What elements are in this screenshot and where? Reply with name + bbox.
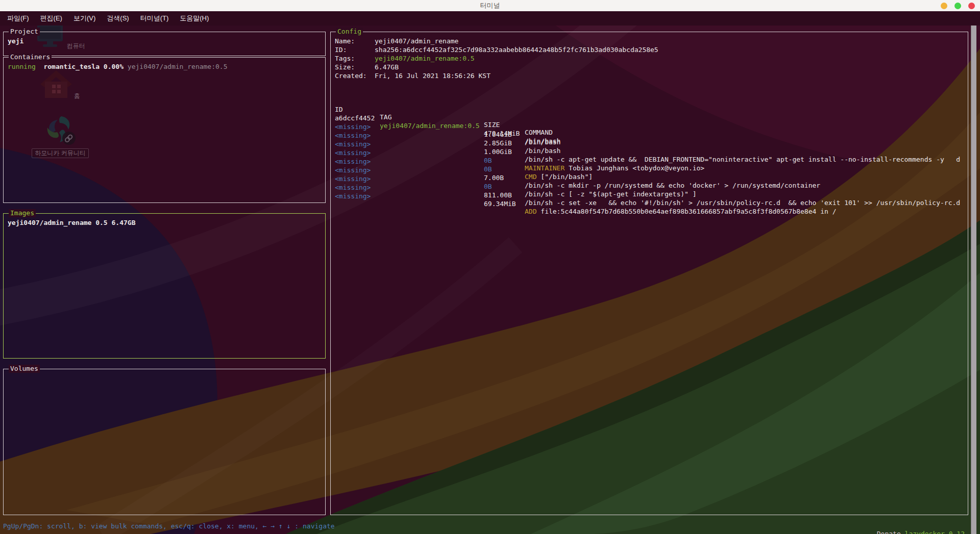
table-row[interactable]: <missing> 0B /bin/sh -c [ -z "$(apt-get …: [331, 167, 968, 176]
cell-size: 69.34MiB: [484, 200, 516, 208]
table-row[interactable]: <missing> 811.00B /bin/sh -c set -xe && …: [331, 176, 968, 185]
container-status: running: [8, 63, 36, 70]
window-titlebar[interactable]: 터미널: [0, 0, 980, 11]
screen: 컴퓨터 홈 하모니카 커뮤니티 터미널: [0, 0, 980, 534]
table-row[interactable]: <missing> 1.64GiB /bin/bash: [331, 115, 968, 124]
cell-id: <missing>: [335, 192, 371, 200]
table-row[interactable]: a6dccf4452 yeji0407/admin_rename:0.5 479…: [331, 107, 968, 115]
minimize-button[interactable]: [941, 3, 947, 9]
version-text: lazydocker 0.12: [905, 530, 965, 534]
project-name[interactable]: yeji: [4, 37, 325, 46]
window-title: 터미널: [480, 1, 500, 10]
cell-command: /bin/sh -c set -xe && echo '#!/bin/sh' >…: [525, 199, 967, 207]
maximize-button[interactable]: [954, 3, 961, 9]
container-name-cpu: romantic_tesla 0.00%: [43, 63, 124, 70]
window-controls: [941, 3, 975, 9]
table-row[interactable]: <missing> 1.00GiB /bin/sh -c apt-get upd…: [331, 133, 968, 141]
panel-project[interactable]: Project yeji: [3, 32, 326, 56]
menubar: 파일(F) 편집(E) 보기(V) 검색(S) 터미널(T) 도움말(H): [0, 11, 980, 26]
image-row[interactable]: yeji0407/admin_rename 0.5 6.47GB: [4, 219, 325, 227]
close-button[interactable]: [968, 3, 975, 9]
scrollbar[interactable]: [971, 26, 976, 534]
menu-item-search[interactable]: 검색(S): [102, 12, 134, 24]
blank-lines: [331, 81, 968, 98]
menu-item-view[interactable]: 보기(V): [68, 12, 101, 24]
config-field-size: Size:6.47GB: [331, 63, 968, 72]
container-row[interactable]: running romantic_tesla 0.00% yeji0407/ad…: [4, 63, 325, 71]
config-field-id: ID:sha256:a6dccf4452af325c7d98a332aabebb…: [331, 46, 968, 55]
statusbar-keybindings: PgUp/PgDn: scroll, b: view bulk commands…: [3, 522, 335, 530]
table-row[interactable]: <missing> 69.34MiB ADD file:5c44a80f547b…: [331, 185, 968, 193]
panel-containers[interactable]: Containers running romantic_tesla 0.00% …: [3, 57, 326, 203]
table-row[interactable]: <missing> 7.00B /bin/sh -c mkdir -p /run…: [331, 159, 968, 167]
menu-item-help[interactable]: 도움말(H): [175, 12, 214, 24]
menu-item-file[interactable]: 파일(F): [2, 12, 34, 24]
menu-item-terminal[interactable]: 터미널(T): [135, 12, 174, 24]
menu-item-edit[interactable]: 편집(E): [35, 12, 67, 24]
config-field-name: Name:yeji0407/admin_rename: [331, 37, 968, 46]
donate-link[interactable]: Donate: [877, 530, 901, 534]
table-row[interactable]: <missing> 0B CMD ["/bin/bash"]: [331, 150, 968, 159]
panel-config[interactable]: Config Name:yeji0407/admin_rename ID:sha…: [330, 32, 968, 515]
statusbar-right: Donate lazydocker 0.12: [861, 522, 965, 534]
table-row[interactable]: <missing> 0B MAINTAINER Tobias Junghans …: [331, 141, 968, 150]
cell-command: ADD file:5c44a80f547b7d68b550b0e64aef898…: [525, 208, 967, 215]
config-field-tags: Tags:yeji0407/admin_rename:0.5: [331, 55, 968, 63]
table-row[interactable]: <missing> 2.85GiB /bin/bash: [331, 124, 968, 133]
config-field-created: Created:Fri, 16 Jul 2021 18:56:26 KST: [331, 72, 968, 81]
panel-volumes[interactable]: Volumes: [3, 369, 326, 515]
panel-images[interactable]: Images yeji0407/admin_rename 0.5 6.47GB: [3, 213, 326, 359]
layers-table-header: ID TAG SIZE COMMAND: [331, 98, 968, 107]
container-image: yeji0407/admin_rename:0.5: [128, 63, 228, 70]
